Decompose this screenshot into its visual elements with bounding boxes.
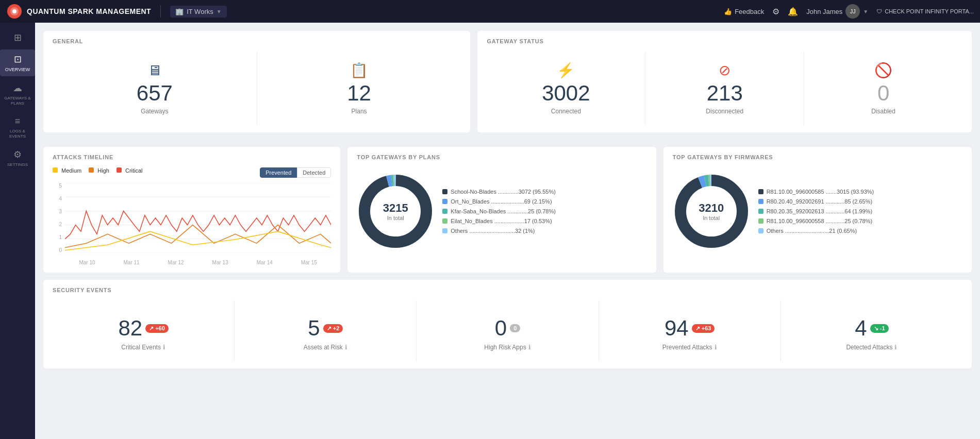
topnav-right: 👍 Feedback ⚙ 🔔 John James JJ ▼ 🛡 CHECK P… xyxy=(724,4,974,19)
security-events-row: 82 ↗ +60 Critical Events ℹ 5 ↗ +2 Assets… xyxy=(53,300,962,361)
settings-icon[interactable]: ⚙ xyxy=(772,7,779,16)
disabled-icon: 🚫 xyxy=(874,62,892,79)
middle-panels: ATTACKS TIMELINE Medium High Critical xyxy=(43,147,972,280)
settings-nav-icon: ⚙ xyxy=(13,149,22,160)
critical-events-cell: 82 ↗ +60 Critical Events ℹ xyxy=(53,300,235,361)
assets-badge: ↗ +2 xyxy=(323,324,343,333)
sidebar-item-gateways[interactable]: ☁ GATEWAYS &PLANS xyxy=(0,78,35,110)
critical-events-badge: ↗ +60 xyxy=(145,324,169,333)
gateways-number: 657 xyxy=(137,81,173,106)
general-title: GENERAL xyxy=(53,38,461,44)
gateway-status-title: GATEWAY STATUS xyxy=(487,38,962,44)
donut-firmware-chart: 3210 In total xyxy=(673,173,750,250)
plans-stat: 📋 12 Plans xyxy=(257,52,461,125)
medium-legend: Medium xyxy=(53,167,81,174)
donut-plans-center: 3215 In total xyxy=(383,201,408,221)
apps-info-icon: ℹ xyxy=(528,344,531,351)
legend-dot-1 xyxy=(442,199,447,204)
legend-dot-3 xyxy=(442,218,447,224)
workspace-label: IT Works xyxy=(187,8,213,15)
sidebar-item-apps[interactable]: ⊞ xyxy=(0,28,35,47)
prevented-badge: ↗ +63 xyxy=(692,324,715,333)
cp-label: CHECK POINT INFINITY PORTA... xyxy=(885,8,974,14)
prevented-tab[interactable]: Prevented xyxy=(260,167,297,178)
workspace-selector[interactable]: 🏢 IT Works ▼ xyxy=(170,6,226,18)
cp-portal[interactable]: 🛡 CHECK POINT INFINITY PORTA... xyxy=(876,8,974,14)
sidebar-item-overview[interactable]: ⊡ OVERVIEW xyxy=(0,49,35,76)
overview-icon: ⊡ xyxy=(14,54,22,65)
donut-firmware-center: 3210 In total xyxy=(699,201,724,221)
critical-badge-row: 82 ↗ +60 xyxy=(118,316,168,341)
medium-label: Medium xyxy=(61,167,81,174)
fw-legend-text-3: R81.10.00_996000558 ............25 (0.78… xyxy=(767,218,872,224)
apps-badge-row: 0 0 xyxy=(495,316,520,341)
svg-point-2 xyxy=(12,9,16,13)
critical-events-label: Critical Events ℹ xyxy=(121,344,165,351)
apps-label: High Risk Apps ℹ xyxy=(484,344,530,351)
gateways-icon: ☁ xyxy=(13,82,22,94)
top-gateways-plans-section: TOP GATEWAYS BY PLANS xyxy=(347,147,656,273)
sidebar: ⊞ ⊡ OVERVIEW ☁ GATEWAYS &PLANS ≡ LOGS &E… xyxy=(0,23,35,439)
feedback-icon: 👍 xyxy=(724,8,732,15)
apps-grid-icon: ⊞ xyxy=(14,32,22,43)
attacks-controls: Medium High Critical Prevented Detected xyxy=(53,167,331,178)
cp-icon: 🛡 xyxy=(876,8,882,14)
donut-plans-legend: School-No-Blades .............3072 (95.5… xyxy=(442,189,646,234)
donut-plans-chart: 3215 In total xyxy=(357,173,434,250)
sidebar-item-settings[interactable]: ⚙ SETTINGS xyxy=(0,145,35,171)
prevented-text: Prevented Attacks xyxy=(662,344,712,351)
fw-legend-text-0: R81.10.00_996000585 .......3015 (93.93%) xyxy=(767,189,874,195)
logs-icon: ≡ xyxy=(15,116,21,127)
top-panels: GENERAL 🖥 657 Gateways 📋 12 Plans GATEWA… xyxy=(43,31,972,140)
general-stats-row: 🖥 657 Gateways 📋 12 Plans xyxy=(53,52,461,125)
assets-risk-cell: 5 ↗ +2 Assets at Risk ℹ xyxy=(235,300,417,361)
sidebar-item-logs[interactable]: ≡ LOGS &EVENTS xyxy=(0,112,35,143)
fw-legend-dot-0 xyxy=(758,189,763,194)
fw-legend-text-2: R80.20.35_992002613 ............64 (1.99… xyxy=(767,208,872,214)
critical-events-num: 82 xyxy=(118,316,142,341)
fw-legend-text-4: Others ............................21 (0… xyxy=(767,228,857,234)
bell-icon[interactable]: 🔔 xyxy=(788,7,798,16)
sidebar-item-settings-label: SETTINGS xyxy=(7,162,28,167)
chart-xaxis: Mar 10Mar 11Mar 12Mar 13Mar 14Mar 15 xyxy=(65,260,331,265)
attacks-title: ATTACKS TIMELINE xyxy=(53,154,331,160)
main-content: GENERAL 🖥 657 Gateways 📋 12 Plans GATEWA… xyxy=(35,23,980,439)
detected-tab[interactable]: Detected xyxy=(297,167,331,178)
plans-stat-icon: 📋 xyxy=(350,62,368,79)
disconnected-icon: ⊘ xyxy=(719,62,730,79)
disabled-number: 0 xyxy=(877,81,889,106)
detected-attacks-cell: 4 ↘ -1 Detected Attacks ℹ xyxy=(781,300,962,361)
legend-text-1: Ort_No_Blades .....................69 (2… xyxy=(451,198,552,205)
assets-num: 5 xyxy=(308,316,320,341)
critical-legend: Critical xyxy=(117,167,143,174)
legend-item-0: School-No-Blades .............3072 (95.5… xyxy=(442,189,646,195)
detected-info-icon: ℹ xyxy=(894,344,897,351)
assets-text: Assets at Risk xyxy=(304,344,343,351)
sidebar-item-overview-label: OVERVIEW xyxy=(5,67,30,72)
nav-divider xyxy=(160,5,161,18)
chart-svg xyxy=(65,183,331,253)
feedback-button[interactable]: 👍 Feedback xyxy=(724,8,764,15)
connected-number: 3002 xyxy=(542,81,590,106)
detected-text: Detected Attacks xyxy=(846,344,892,351)
legend-text-2: Kfar-Saba_No-Blades .............25 (0.7… xyxy=(451,208,556,214)
legend-item-2: Kfar-Saba_No-Blades .............25 (0.7… xyxy=(442,208,646,214)
legend-item-3: Eilat_No_Blades ...................17 (0… xyxy=(442,218,646,224)
workspace-chevron-icon: ▼ xyxy=(217,9,222,14)
sidebar-item-gateways-label: GATEWAYS &PLANS xyxy=(4,96,30,106)
plans-number: 12 xyxy=(347,81,371,106)
apps-num: 0 xyxy=(495,316,507,341)
detected-label: Detected Attacks ℹ xyxy=(846,344,897,351)
donut-firmware-total: 3210 xyxy=(699,201,724,215)
disconnected-label: Disconnected xyxy=(706,108,743,115)
fw-legend-item-0: R81.10.00_996000585 .......3015 (93.93%) xyxy=(758,189,962,195)
legend-text-0: School-No-Blades .............3072 (95.5… xyxy=(451,189,556,195)
critical-events-text: Critical Events xyxy=(121,344,161,351)
top-gateways-firmware-section: TOP GATEWAYS BY FIRMWARES 3210 In total xyxy=(663,147,972,273)
high-risk-apps-cell: 0 0 High Risk Apps ℹ xyxy=(417,300,599,361)
legend-dot-0 xyxy=(442,189,447,194)
donut-firmware-legend: R81.10.00_996000585 .......3015 (93.93%)… xyxy=(758,189,962,234)
general-section: GENERAL 🖥 657 Gateways 📋 12 Plans xyxy=(43,31,470,132)
user-menu[interactable]: John James JJ ▼ xyxy=(806,4,868,19)
donut-firmware-container: 3210 In total R81.10.00_996000585 ......… xyxy=(673,167,962,255)
